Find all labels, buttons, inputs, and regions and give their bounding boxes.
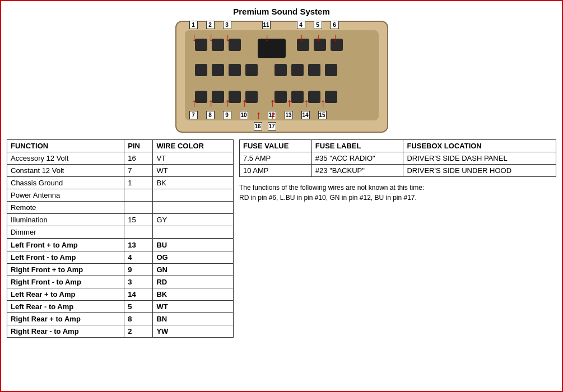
table-row: Constant 12 Volt7WT: [7, 165, 234, 177]
arrow-17: ↑: [268, 109, 277, 122]
cell-pin: 16: [124, 152, 153, 165]
table-row: Left Front + to Amp13BU: [7, 239, 234, 251]
cell-wire: WT: [153, 165, 234, 177]
fuse-cell-label: #35 "ACC RADIO": [311, 152, 403, 165]
cell-function: Left Rear + to Amp: [7, 288, 124, 301]
cell-wire: [153, 226, 234, 239]
cell-function: Right Rear - to Amp: [7, 325, 124, 338]
cell-pin: 14: [124, 288, 153, 301]
fuse-col-location-header: FUSEBOX LOCATION: [403, 140, 556, 152]
fuse-cell-label: #23 "BACKUP": [311, 165, 403, 177]
pin-label-9: 9: [223, 111, 231, 119]
cell-pin: 2: [124, 325, 153, 338]
cell-wire: RD: [153, 276, 234, 288]
arrow-13: ↑: [285, 96, 294, 109]
pin-label-6: 6: [331, 21, 339, 29]
arrow-6: ↓: [331, 31, 340, 44]
cell-wire: BN: [153, 313, 234, 325]
fuse-cell-location: DRIVER'S SIDE DASH PANEL: [403, 152, 556, 165]
table-row: Left Rear - to Amp5WT: [7, 301, 234, 313]
pin-label-1: 1: [189, 21, 198, 29]
tables-container: FUNCTION PIN WIRE COLOR Accessory 12 Vol…: [7, 139, 556, 338]
cell-pin: 4: [124, 251, 153, 264]
note-text-line1: The functions of the following wires are…: [239, 184, 424, 192]
note-section: The functions of the following wires are…: [239, 183, 556, 203]
arrow-11: ↓: [263, 31, 272, 44]
right-section: FUSE VALUE FUSE LABEL FUSEBOX LOCATION 7…: [239, 139, 556, 203]
cell-function: Left Front + to Amp: [7, 239, 124, 251]
pin-label-5: 5: [314, 21, 322, 29]
cell-wire: GY: [153, 214, 234, 226]
pin-label-3: 3: [223, 21, 231, 29]
cell-wire: BK: [153, 177, 234, 189]
cell-function: Constant 12 Volt: [7, 165, 124, 177]
cell-function: Right Rear + to Amp: [7, 313, 124, 325]
arrow-2: ↓: [207, 31, 216, 44]
cell-pin: [124, 202, 153, 214]
fuse-table-row: 7.5 AMP#35 "ACC RADIO"DRIVER'S SIDE DASH…: [240, 152, 556, 165]
pin-label-2: 2: [206, 21, 215, 29]
col-function-header: FUNCTION: [7, 140, 124, 152]
cell-pin: 5: [124, 301, 153, 313]
arrow-8: ↑: [207, 96, 216, 109]
pin-label-16: 16: [254, 122, 262, 130]
pin-label-8: 8: [206, 111, 215, 119]
cell-wire: [153, 189, 234, 202]
cell-function: Remote: [7, 202, 124, 214]
table-row: Illumination15GY: [7, 214, 234, 226]
col-pin-header: PIN: [124, 140, 153, 152]
arrow-7: ↑: [190, 96, 199, 109]
pin-label-4: 4: [297, 21, 305, 29]
table-row: Remote: [7, 202, 234, 214]
cell-wire: YW: [153, 325, 234, 338]
table-row: Right Rear - to Amp2YW: [7, 325, 234, 338]
arrow-15: ↑: [319, 96, 328, 109]
fuse-col-value-header: FUSE VALUE: [240, 140, 312, 152]
cell-function: Power Antenna: [7, 189, 124, 202]
fuse-table: FUSE VALUE FUSE LABEL FUSEBOX LOCATION 7…: [239, 139, 556, 177]
fuse-col-label-header: FUSE LABEL: [311, 140, 403, 152]
main-wiring-table: FUNCTION PIN WIRE COLOR Accessory 12 Vol…: [7, 139, 234, 338]
cell-wire: [153, 202, 234, 214]
cell-pin: [124, 189, 153, 202]
table-row: Power Antenna: [7, 189, 234, 202]
fuse-cell-location: DRIVER'S SIDE UNDER HOOD: [403, 165, 556, 177]
cell-function: Left Rear - to Amp: [7, 301, 124, 313]
cell-wire: GN: [153, 264, 234, 276]
table-row: Chassis Ground1BK: [7, 177, 234, 189]
pin-label-10: 10: [240, 111, 248, 119]
arrow-16: ↑: [254, 109, 263, 122]
pin-label-17: 17: [268, 122, 276, 130]
arrow-12: ↑: [268, 96, 277, 109]
cell-wire: OG: [153, 251, 234, 264]
arrow-1: ↓: [190, 31, 199, 44]
table-row: Right Front - to Amp3RD: [7, 276, 234, 288]
cell-function: Left Front - to Amp: [7, 251, 124, 264]
cell-wire: BK: [153, 288, 234, 301]
pin-label-13: 13: [285, 111, 293, 119]
cell-pin: 13: [124, 239, 153, 251]
pin-label-7: 7: [189, 111, 198, 119]
table-row: Right Rear + to Amp8BN: [7, 313, 234, 325]
cell-function: Right Front + to Amp: [7, 264, 124, 276]
arrow-5: ↓: [314, 31, 323, 44]
cell-wire: VT: [153, 152, 234, 165]
cell-wire: WT: [153, 301, 234, 313]
cell-pin: 8: [124, 313, 153, 325]
pin-label-15: 15: [318, 111, 327, 119]
fuse-cell-value: 10 AMP: [240, 165, 312, 177]
page-title: Premium Sound System: [7, 7, 556, 16]
arrow-4: ↓: [297, 31, 306, 44]
table-row: Right Front + to Amp9GN: [7, 264, 234, 276]
cell-pin: 15: [124, 214, 153, 226]
cell-pin: 9: [124, 264, 153, 276]
col-wire-header: WIRE COLOR: [153, 140, 234, 152]
table-row: Left Front - to Amp4OG: [7, 251, 234, 264]
table-row: Dimmer: [7, 226, 234, 239]
arrow-14: ↑: [302, 96, 311, 109]
fuse-table-row: 10 AMP#23 "BACKUP"DRIVER'S SIDE UNDER HO…: [240, 165, 556, 177]
cell-function: Dimmer: [7, 226, 124, 239]
cell-function: Chassis Ground: [7, 177, 124, 189]
arrow-9: ↑: [224, 96, 232, 109]
cell-function: Accessory 12 Volt: [7, 152, 124, 165]
